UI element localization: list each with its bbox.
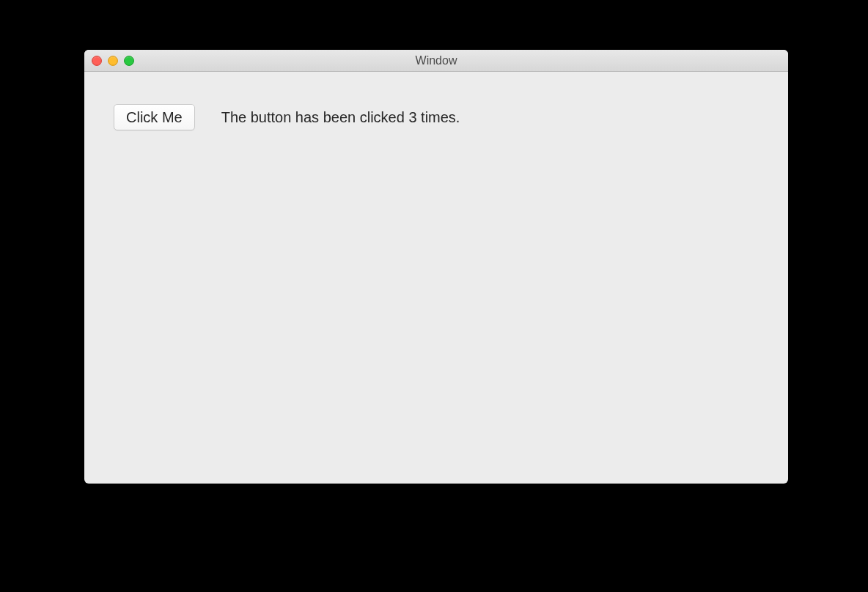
traffic-lights: [84, 56, 134, 66]
click-count-label: The button has been clicked 3 times.: [221, 109, 460, 126]
window-title: Window: [84, 54, 788, 67]
window-content: Click Me The button has been clicked 3 t…: [84, 72, 788, 163]
app-window: Window Click Me The button has been clic…: [84, 50, 788, 484]
click-me-button[interactable]: Click Me: [114, 104, 195, 130]
close-icon[interactable]: [92, 56, 102, 66]
titlebar: Window: [84, 50, 788, 72]
maximize-icon[interactable]: [124, 56, 134, 66]
minimize-icon[interactable]: [108, 56, 118, 66]
